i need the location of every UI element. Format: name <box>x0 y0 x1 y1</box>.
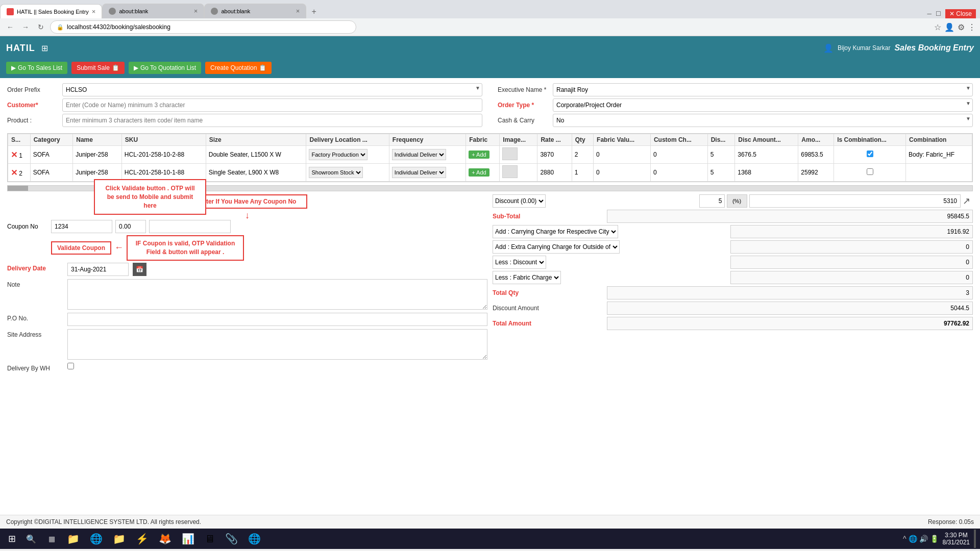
coupon-amount-input[interactable] <box>115 220 146 233</box>
copyright-text: Copyright ©DIGITAL INTELLIGENCE SYSTEM L… <box>6 518 201 525</box>
taskbar-app-firefox[interactable]: 🦊 <box>155 531 176 547</box>
carrying-charge-select[interactable]: Add : Carrying Charge for Respective Cit… <box>493 225 618 238</box>
tab-blank-1[interactable]: about:blank × <box>102 4 204 18</box>
tray-network-icon[interactable]: 🌐 <box>909 535 917 543</box>
bookmark-icon[interactable]: ☆ <box>934 22 941 32</box>
note-textarea[interactable] <box>67 279 487 310</box>
tray-battery-icon[interactable]: 🔋 <box>930 535 939 543</box>
row2-delivery-select[interactable]: Showroom Stock <box>309 167 363 178</box>
row1-add-fabric-button[interactable]: + Add <box>469 151 489 159</box>
back-button[interactable]: ← <box>4 21 16 33</box>
row2-frequency[interactable]: Individual Deliver <box>389 164 465 182</box>
address-bar[interactable]: 🔒 localhost:44302/booking/salesbooking <box>50 20 356 34</box>
windows-start-button[interactable]: ⊞ <box>4 531 20 546</box>
taskbar-search-button[interactable]: 🔍 <box>22 530 40 548</box>
row1-frequency-select[interactable]: Individual Deliver <box>392 149 446 160</box>
customer-row: Customer* <box>7 98 482 112</box>
grid-icon[interactable]: ⊞ <box>41 43 48 53</box>
executive-dropdown-icon[interactable]: ▼ <box>966 85 971 91</box>
row2-fabric[interactable]: + Add <box>466 164 500 182</box>
browser-extras: ☆ 👤 ⚙ ⋮ <box>934 22 976 32</box>
taskbar-app-file-explorer[interactable]: 📁 <box>63 531 84 547</box>
tray-volume-icon[interactable]: 🔊 <box>919 535 928 543</box>
browser-controls: ← → ↻ 🔒 localhost:44302/booking/salesboo… <box>0 18 980 36</box>
row2-is-combination[interactable] <box>834 164 906 182</box>
row2-delivery[interactable]: Showroom Stock <box>306 164 389 182</box>
taskbar-app-chrome2[interactable]: 🌐 <box>244 531 265 547</box>
row1-disc-amount: 3676.5 <box>735 146 798 164</box>
col-size: Size <box>206 134 306 146</box>
maximize-button[interactable]: ☐ <box>936 10 941 17</box>
row1-delivery-select[interactable]: Factory Production <box>309 149 368 160</box>
row2-frequency-select[interactable]: Individual Deliver <box>392 167 446 178</box>
row2-delete-button[interactable]: ✕ <box>11 168 17 178</box>
coupon-number-input[interactable] <box>51 220 112 233</box>
row1-delivery[interactable]: Factory Production <box>306 146 389 164</box>
taskbar-task-view-button[interactable]: ▦ <box>42 530 61 548</box>
row1-fabric[interactable]: + Add <box>466 146 500 164</box>
tray-arrow-icon[interactable]: ^ <box>903 535 906 543</box>
profile-icon[interactable]: 👤 <box>944 22 954 32</box>
discount-pct-input[interactable] <box>699 194 725 208</box>
row2-add-fabric-button[interactable]: + Add <box>469 168 489 177</box>
tab-active[interactable]: HATIL || Sales Booking Entry × <box>0 4 102 18</box>
taskbar-app-filezilla[interactable]: 📁 <box>109 531 130 547</box>
po-no-input[interactable] <box>67 313 487 326</box>
row2-combination-checkbox[interactable] <box>867 168 873 175</box>
taskbar-app-terminal[interactable]: 🖥 <box>201 531 219 547</box>
less-fabric-select[interactable]: Less : Fabric Charge <box>493 271 561 284</box>
go-to-sales-list-button[interactable]: ▶ Go To Sales List <box>6 62 67 74</box>
discount-icon[interactable]: ↗ <box>963 195 973 207</box>
taskbar-app-excel[interactable]: 📊 <box>178 531 199 547</box>
delivery-date-input[interactable] <box>67 263 129 276</box>
order-prefix-label: Order Prefix <box>7 86 58 93</box>
tab-blank-2[interactable]: about:blank × <box>204 4 306 18</box>
create-quotation-button[interactable]: Create Quotation 📋 <box>205 62 272 74</box>
new-tab-button[interactable]: + <box>306 5 321 18</box>
submit-sale-button[interactable]: Submit Sale 📋 <box>71 62 125 74</box>
toolbar: ▶ Go To Sales List Submit Sale 📋 ▶ Go To… <box>0 60 980 78</box>
delivery-by-wh-checkbox[interactable] <box>67 363 74 369</box>
minimize-button[interactable]: ─ <box>927 10 932 17</box>
close-button[interactable]: ✕ Close <box>945 9 976 18</box>
executive-input[interactable] <box>553 83 973 96</box>
coupon-extra-input[interactable] <box>149 220 231 233</box>
extra-carrying-select[interactable]: Add : Extra Carrying Charge for Outside … <box>493 240 620 254</box>
less-discount-select[interactable]: Less : Discount <box>493 256 546 269</box>
cash-carry-dropdown-icon[interactable]: ▼ <box>966 116 971 121</box>
extensions-icon[interactable]: ⚙ <box>958 22 965 32</box>
row2-rate: 2880 <box>537 164 572 182</box>
product-input[interactable] <box>62 114 482 127</box>
tab-close-1[interactable]: × <box>194 7 198 15</box>
calendar-button[interactable]: 📅 <box>133 263 146 276</box>
refresh-button[interactable]: ↻ <box>35 21 47 33</box>
validate-coupon-button[interactable]: Validate Coupon <box>51 241 111 255</box>
row1-is-combination[interactable] <box>834 146 906 164</box>
col-qty: Qty <box>572 134 593 146</box>
order-prefix-dropdown-icon[interactable]: ▼ <box>475 85 480 91</box>
tab-close-active[interactable]: × <box>92 8 96 15</box>
order-type-input[interactable] <box>553 98 973 112</box>
row1-combination-checkbox[interactable] <box>867 151 873 157</box>
go-to-quotation-list-button[interactable]: ▶ Go To Quotation List <box>129 62 201 74</box>
site-address-textarea[interactable] <box>67 329 487 360</box>
discount-amount-input[interactable] <box>749 194 961 208</box>
menu-icon[interactable]: ⋮ <box>968 22 976 32</box>
discount-select[interactable]: Discount (0.00) <box>493 194 546 208</box>
show-desktop-button[interactable] <box>974 530 976 548</box>
row1-delete-button[interactable]: ✕ <box>11 150 17 160</box>
tab-close-2[interactable]: × <box>296 7 300 15</box>
taskbar-app-vs[interactable]: ⚡ <box>132 531 153 547</box>
scrollbar-thumb[interactable] <box>8 186 28 191</box>
taskbar-app-powerpoint[interactable]: 📎 <box>221 531 242 547</box>
bottom-section: Enter If You Have Any Coupon No ↓ Coupon… <box>7 194 973 375</box>
order-prefix-input[interactable] <box>62 83 482 96</box>
order-type-dropdown-icon[interactable]: ▼ <box>966 101 971 106</box>
cash-carry-input[interactable] <box>553 114 973 127</box>
forward-button[interactable]: → <box>19 21 32 33</box>
chrome2-icon: 🌐 <box>248 533 261 545</box>
customer-input[interactable] <box>62 98 482 112</box>
taskbar-app-chrome[interactable]: 🌐 <box>86 531 107 547</box>
row1-frequency[interactable]: Individual Deliver <box>389 146 465 164</box>
user-icon: 👤 <box>823 43 834 53</box>
